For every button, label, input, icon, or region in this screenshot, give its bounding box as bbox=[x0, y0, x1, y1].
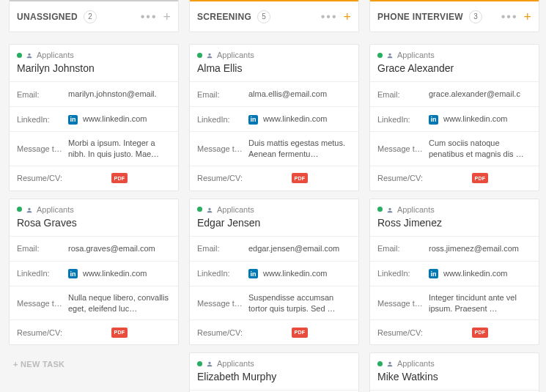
resume-label: Resume/CV: bbox=[17, 328, 62, 337]
card-header: Applicants Marilyn Johnston bbox=[10, 45, 178, 81]
resume-row: Resume/CV: PDF bbox=[370, 166, 539, 191]
pdf-icon[interactable]: PDF bbox=[472, 173, 488, 183]
resume-label: Resume/CV: bbox=[197, 328, 243, 337]
kanban-column: PHONE INTERVIEW 3 ••• + Applicants Grace… bbox=[369, 0, 539, 392]
email-row: Email: alma.ellis@email.com bbox=[190, 81, 358, 106]
status-dot-icon bbox=[197, 207, 202, 212]
email-row: Email: grace.alexander@email.c bbox=[370, 81, 539, 106]
message-label: Message t… bbox=[377, 299, 423, 308]
column-title: PHONE INTERVIEW bbox=[377, 12, 463, 22]
resume-label: Resume/CV: bbox=[377, 328, 423, 337]
applicant-name: Mike Watkins bbox=[377, 371, 531, 382]
pdf-icon[interactable]: PDF bbox=[292, 173, 308, 183]
linkedin-icon: in bbox=[429, 269, 438, 278]
person-icon bbox=[206, 360, 213, 367]
person-icon bbox=[386, 51, 394, 59]
email-value: grace.alexander@email.c bbox=[429, 89, 531, 100]
linkedin-value[interactable]: in www.linkedin.com bbox=[429, 114, 531, 125]
linkedin-label: LinkedIn: bbox=[17, 269, 62, 278]
kanban-column: SCREENING 5 ••• + Applicants Alma Ellis … bbox=[189, 0, 359, 392]
email-row: Email: edgar.jensen@email.com bbox=[190, 236, 358, 261]
resume-row: Resume/CV: PDF bbox=[10, 319, 178, 344]
column-menu-icon[interactable]: ••• bbox=[321, 10, 338, 23]
column-count-badge: 5 bbox=[257, 10, 270, 23]
person-icon bbox=[206, 206, 213, 213]
email-label: Email: bbox=[17, 244, 62, 253]
message-value: Nulla neque libero, convallis eget, elei… bbox=[68, 292, 171, 314]
message-row: Message t… Suspendisse accumsan tortor q… bbox=[190, 286, 358, 320]
applicants-tag: Applicants bbox=[217, 51, 254, 59]
message-value: Suspendisse accumsan tortor quis turpis.… bbox=[248, 292, 351, 314]
applicant-card[interactable]: Applicants Marilyn Johnston Email: maril… bbox=[9, 44, 179, 191]
email-value: marilyn.johnston@email. bbox=[68, 89, 171, 100]
resume-label: Resume/CV: bbox=[17, 174, 62, 182]
add-card-button[interactable]: + bbox=[163, 10, 171, 23]
person-icon bbox=[206, 51, 213, 59]
column-menu-icon[interactable]: ••• bbox=[141, 10, 158, 23]
linkedin-row: LinkedIn: in www.linkedin.com bbox=[10, 261, 178, 286]
column-count-badge: 2 bbox=[84, 10, 97, 23]
applicant-card[interactable]: Applicants Mike Watkins Email: mike.watk… bbox=[369, 352, 539, 392]
card-header: Applicants Edgar Jensen bbox=[190, 199, 358, 236]
card-header: Applicants Alma Ellis bbox=[190, 45, 358, 81]
applicants-tag: Applicants bbox=[217, 205, 254, 214]
linkedin-value[interactable]: in www.linkedin.com bbox=[429, 268, 531, 279]
card-header: Applicants Rosa Graves bbox=[10, 199, 178, 236]
pdf-icon[interactable]: PDF bbox=[472, 328, 488, 338]
column-header: UNASSIGNED 2 ••• + bbox=[9, 0, 179, 32]
message-value: Duis mattis egestas metus. Aenean fermen… bbox=[248, 138, 351, 160]
kanban-board: UNASSIGNED 2 ••• + Applicants Marilyn Jo… bbox=[0, 0, 546, 392]
status-dot-icon bbox=[17, 53, 22, 58]
linkedin-value[interactable]: in www.linkedin.com bbox=[68, 268, 171, 279]
kanban-column: UNASSIGNED 2 ••• + Applicants Marilyn Jo… bbox=[9, 0, 179, 392]
linkedin-url: www.linkedin.com bbox=[83, 269, 147, 278]
linkedin-icon: in bbox=[68, 269, 78, 278]
linkedin-value[interactable]: in www.linkedin.com bbox=[248, 268, 351, 279]
message-value: Morbi a ipsum. Integer a nibh. In quis j… bbox=[68, 138, 171, 160]
pdf-icon[interactable]: PDF bbox=[111, 173, 128, 183]
message-value: Cum sociis natoque penatibus et magnis d… bbox=[429, 138, 531, 160]
column-title: UNASSIGNED bbox=[17, 12, 78, 22]
linkedin-label: LinkedIn: bbox=[377, 115, 423, 124]
person-icon bbox=[26, 51, 33, 59]
resume-row: Resume/CV: PDF bbox=[190, 319, 358, 344]
new-task-button[interactable]: + NEW TASK bbox=[9, 352, 179, 376]
column-menu-icon[interactable]: ••• bbox=[501, 10, 518, 23]
email-row: Email: rosa.graves@email.com bbox=[10, 236, 178, 261]
linkedin-value[interactable]: in www.linkedin.com bbox=[248, 114, 351, 125]
resume-label: Resume/CV: bbox=[197, 174, 243, 182]
applicant-card[interactable]: Applicants Edgar Jensen Email: edgar.jen… bbox=[189, 199, 359, 346]
linkedin-row: LinkedIn: in www.linkedin.com bbox=[190, 261, 358, 286]
pdf-icon[interactable]: PDF bbox=[292, 328, 308, 338]
linkedin-icon: in bbox=[248, 269, 258, 278]
applicants-tag: Applicants bbox=[397, 51, 435, 59]
applicant-card[interactable]: Applicants Alma Ellis Email: alma.ellis@… bbox=[189, 44, 359, 191]
applicant-card[interactable]: Applicants Grace Alexander Email: grace.… bbox=[369, 44, 539, 191]
linkedin-row: LinkedIn: in www.linkedin.com bbox=[190, 106, 358, 131]
applicant-name: Edgar Jensen bbox=[197, 217, 351, 229]
applicant-card[interactable]: Applicants Rosa Graves Email: rosa.grave… bbox=[9, 199, 179, 346]
person-icon bbox=[386, 206, 394, 213]
message-row: Message t… Duis mattis egestas metus. Ae… bbox=[190, 131, 358, 166]
applicant-card[interactable]: Applicants Ross Jimenez Email: ross.jime… bbox=[369, 199, 539, 346]
card-header: Applicants Mike Watkins bbox=[370, 353, 539, 390]
email-label: Email: bbox=[377, 90, 423, 99]
linkedin-url: www.linkedin.com bbox=[263, 114, 327, 123]
pdf-icon[interactable]: PDF bbox=[111, 328, 128, 338]
status-dot-icon bbox=[377, 53, 383, 58]
applicants-tag: Applicants bbox=[37, 205, 74, 214]
email-value: rosa.graves@email.com bbox=[68, 243, 171, 254]
message-row: Message t… Integer tincidunt ante vel ip… bbox=[370, 286, 539, 320]
add-card-button[interactable]: + bbox=[343, 10, 351, 23]
linkedin-icon: in bbox=[68, 115, 78, 125]
status-dot-icon bbox=[377, 361, 383, 366]
person-icon bbox=[386, 360, 394, 367]
linkedin-value[interactable]: in www.linkedin.com bbox=[68, 114, 171, 125]
applicant-card[interactable]: Applicants Elizabeth Murphy Email: eliza… bbox=[189, 352, 359, 392]
email-label: Email: bbox=[377, 244, 423, 253]
add-card-button[interactable]: + bbox=[523, 10, 531, 23]
applicants-tag: Applicants bbox=[37, 51, 74, 59]
applicant-name: Marilyn Johnston bbox=[17, 62, 171, 74]
resume-row: Resume/CV: PDF bbox=[370, 319, 539, 344]
card-header: Applicants Elizabeth Murphy bbox=[190, 353, 358, 390]
